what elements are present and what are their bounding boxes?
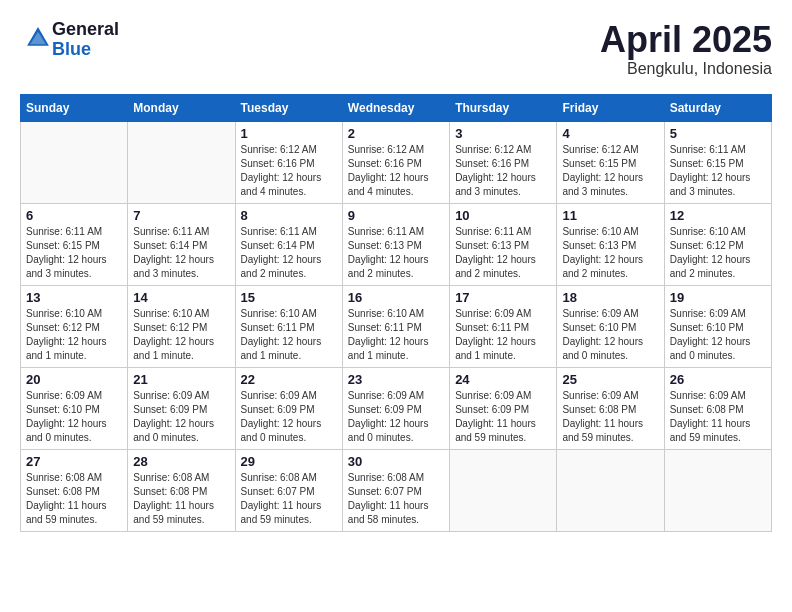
logo-blue: Blue — [52, 40, 119, 60]
day-number: 12 — [670, 208, 766, 223]
day-number: 8 — [241, 208, 337, 223]
calendar-cell: 10Sunrise: 6:11 AM Sunset: 6:13 PM Dayli… — [450, 203, 557, 285]
day-number: 15 — [241, 290, 337, 305]
calendar-cell: 28Sunrise: 6:08 AM Sunset: 6:08 PM Dayli… — [128, 449, 235, 531]
day-number: 11 — [562, 208, 658, 223]
day-detail: Sunrise: 6:08 AM Sunset: 6:07 PM Dayligh… — [348, 471, 444, 527]
day-detail: Sunrise: 6:09 AM Sunset: 6:10 PM Dayligh… — [670, 307, 766, 363]
calendar-cell: 19Sunrise: 6:09 AM Sunset: 6:10 PM Dayli… — [664, 285, 771, 367]
day-detail: Sunrise: 6:10 AM Sunset: 6:11 PM Dayligh… — [348, 307, 444, 363]
day-number: 7 — [133, 208, 229, 223]
day-number: 17 — [455, 290, 551, 305]
day-number: 9 — [348, 208, 444, 223]
day-detail: Sunrise: 6:10 AM Sunset: 6:12 PM Dayligh… — [670, 225, 766, 281]
day-number: 19 — [670, 290, 766, 305]
calendar-cell: 15Sunrise: 6:10 AM Sunset: 6:11 PM Dayli… — [235, 285, 342, 367]
day-number: 2 — [348, 126, 444, 141]
calendar-cell: 12Sunrise: 6:10 AM Sunset: 6:12 PM Dayli… — [664, 203, 771, 285]
logo-icon — [24, 24, 52, 52]
day-detail: Sunrise: 6:10 AM Sunset: 6:11 PM Dayligh… — [241, 307, 337, 363]
day-detail: Sunrise: 6:10 AM Sunset: 6:13 PM Dayligh… — [562, 225, 658, 281]
day-detail: Sunrise: 6:09 AM Sunset: 6:09 PM Dayligh… — [133, 389, 229, 445]
title-area: April 2025 Bengkulu, Indonesia — [600, 20, 772, 78]
day-number: 18 — [562, 290, 658, 305]
header-friday: Friday — [557, 94, 664, 121]
day-detail: Sunrise: 6:10 AM Sunset: 6:12 PM Dayligh… — [26, 307, 122, 363]
calendar-cell: 27Sunrise: 6:08 AM Sunset: 6:08 PM Dayli… — [21, 449, 128, 531]
day-number: 20 — [26, 372, 122, 387]
week-row-2: 13Sunrise: 6:10 AM Sunset: 6:12 PM Dayli… — [21, 285, 772, 367]
day-number: 21 — [133, 372, 229, 387]
day-detail: Sunrise: 6:12 AM Sunset: 6:15 PM Dayligh… — [562, 143, 658, 199]
calendar-cell — [557, 449, 664, 531]
day-number: 29 — [241, 454, 337, 469]
day-number: 24 — [455, 372, 551, 387]
calendar-cell: 8Sunrise: 6:11 AM Sunset: 6:14 PM Daylig… — [235, 203, 342, 285]
day-detail: Sunrise: 6:12 AM Sunset: 6:16 PM Dayligh… — [455, 143, 551, 199]
day-detail: Sunrise: 6:09 AM Sunset: 6:10 PM Dayligh… — [26, 389, 122, 445]
day-detail: Sunrise: 6:11 AM Sunset: 6:14 PM Dayligh… — [241, 225, 337, 281]
calendar-table: SundayMondayTuesdayWednesdayThursdayFrid… — [20, 94, 772, 532]
week-row-4: 27Sunrise: 6:08 AM Sunset: 6:08 PM Dayli… — [21, 449, 772, 531]
day-detail: Sunrise: 6:08 AM Sunset: 6:07 PM Dayligh… — [241, 471, 337, 527]
calendar-cell: 24Sunrise: 6:09 AM Sunset: 6:09 PM Dayli… — [450, 367, 557, 449]
calendar-cell: 13Sunrise: 6:10 AM Sunset: 6:12 PM Dayli… — [21, 285, 128, 367]
logo-general: General — [52, 20, 119, 40]
day-detail: Sunrise: 6:11 AM Sunset: 6:15 PM Dayligh… — [670, 143, 766, 199]
day-detail: Sunrise: 6:11 AM Sunset: 6:15 PM Dayligh… — [26, 225, 122, 281]
day-number: 27 — [26, 454, 122, 469]
calendar-cell — [450, 449, 557, 531]
calendar-cell: 18Sunrise: 6:09 AM Sunset: 6:10 PM Dayli… — [557, 285, 664, 367]
day-number: 25 — [562, 372, 658, 387]
calendar-cell: 9Sunrise: 6:11 AM Sunset: 6:13 PM Daylig… — [342, 203, 449, 285]
day-detail: Sunrise: 6:09 AM Sunset: 6:09 PM Dayligh… — [348, 389, 444, 445]
calendar-cell — [21, 121, 128, 203]
day-number: 22 — [241, 372, 337, 387]
week-row-1: 6Sunrise: 6:11 AM Sunset: 6:15 PM Daylig… — [21, 203, 772, 285]
logo-text: General Blue — [52, 20, 119, 60]
day-detail: Sunrise: 6:10 AM Sunset: 6:12 PM Dayligh… — [133, 307, 229, 363]
calendar-cell: 29Sunrise: 6:08 AM Sunset: 6:07 PM Dayli… — [235, 449, 342, 531]
day-detail: Sunrise: 6:09 AM Sunset: 6:08 PM Dayligh… — [562, 389, 658, 445]
day-number: 1 — [241, 126, 337, 141]
calendar-cell: 16Sunrise: 6:10 AM Sunset: 6:11 PM Dayli… — [342, 285, 449, 367]
calendar-cell: 2Sunrise: 6:12 AM Sunset: 6:16 PM Daylig… — [342, 121, 449, 203]
day-number: 10 — [455, 208, 551, 223]
calendar-cell: 14Sunrise: 6:10 AM Sunset: 6:12 PM Dayli… — [128, 285, 235, 367]
day-number: 26 — [670, 372, 766, 387]
day-number: 5 — [670, 126, 766, 141]
calendar-header-row: SundayMondayTuesdayWednesdayThursdayFrid… — [21, 94, 772, 121]
day-detail: Sunrise: 6:11 AM Sunset: 6:13 PM Dayligh… — [455, 225, 551, 281]
header-thursday: Thursday — [450, 94, 557, 121]
day-detail: Sunrise: 6:09 AM Sunset: 6:11 PM Dayligh… — [455, 307, 551, 363]
day-detail: Sunrise: 6:11 AM Sunset: 6:13 PM Dayligh… — [348, 225, 444, 281]
day-detail: Sunrise: 6:08 AM Sunset: 6:08 PM Dayligh… — [133, 471, 229, 527]
calendar-cell: 6Sunrise: 6:11 AM Sunset: 6:15 PM Daylig… — [21, 203, 128, 285]
day-detail: Sunrise: 6:12 AM Sunset: 6:16 PM Dayligh… — [241, 143, 337, 199]
calendar-cell: 7Sunrise: 6:11 AM Sunset: 6:14 PM Daylig… — [128, 203, 235, 285]
day-number: 4 — [562, 126, 658, 141]
day-detail: Sunrise: 6:09 AM Sunset: 6:10 PM Dayligh… — [562, 307, 658, 363]
calendar-cell: 25Sunrise: 6:09 AM Sunset: 6:08 PM Dayli… — [557, 367, 664, 449]
calendar-cell: 5Sunrise: 6:11 AM Sunset: 6:15 PM Daylig… — [664, 121, 771, 203]
calendar-cell — [128, 121, 235, 203]
day-number: 14 — [133, 290, 229, 305]
week-row-3: 20Sunrise: 6:09 AM Sunset: 6:10 PM Dayli… — [21, 367, 772, 449]
calendar-cell: 26Sunrise: 6:09 AM Sunset: 6:08 PM Dayli… — [664, 367, 771, 449]
day-number: 13 — [26, 290, 122, 305]
day-number: 23 — [348, 372, 444, 387]
calendar-cell: 22Sunrise: 6:09 AM Sunset: 6:09 PM Dayli… — [235, 367, 342, 449]
header-wednesday: Wednesday — [342, 94, 449, 121]
day-detail: Sunrise: 6:12 AM Sunset: 6:16 PM Dayligh… — [348, 143, 444, 199]
day-number: 6 — [26, 208, 122, 223]
header-sunday: Sunday — [21, 94, 128, 121]
calendar-cell: 4Sunrise: 6:12 AM Sunset: 6:15 PM Daylig… — [557, 121, 664, 203]
day-detail: Sunrise: 6:09 AM Sunset: 6:09 PM Dayligh… — [455, 389, 551, 445]
calendar-cell: 23Sunrise: 6:09 AM Sunset: 6:09 PM Dayli… — [342, 367, 449, 449]
logo: General Blue — [20, 20, 119, 60]
page-header: General Blue April 2025 Bengkulu, Indone… — [20, 20, 772, 78]
calendar-cell: 3Sunrise: 6:12 AM Sunset: 6:16 PM Daylig… — [450, 121, 557, 203]
calendar-cell — [664, 449, 771, 531]
day-detail: Sunrise: 6:09 AM Sunset: 6:09 PM Dayligh… — [241, 389, 337, 445]
day-detail: Sunrise: 6:09 AM Sunset: 6:08 PM Dayligh… — [670, 389, 766, 445]
